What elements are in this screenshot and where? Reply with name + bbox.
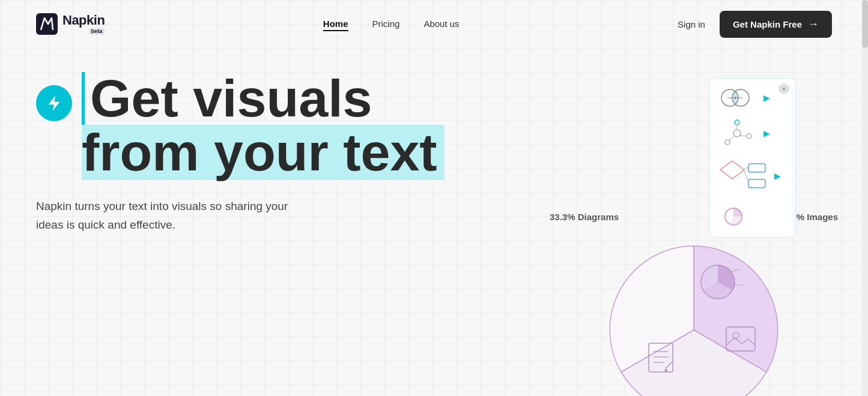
title-get-visuals: Get visuals (82, 72, 372, 125)
title-line2: from your text (82, 125, 445, 180)
panel-item-org: ▶ (715, 119, 789, 147)
nav-link-home[interactable]: Home (323, 19, 348, 31)
nav-right: Sign in Get Napkin Free → (678, 11, 832, 38)
panel-item-flow: ▶ (715, 158, 789, 194)
bolt-icon (45, 94, 63, 112)
svg-line-16 (744, 167, 748, 169)
bolt-icon-wrap (36, 85, 72, 121)
title-from-your-text: from your text (82, 122, 437, 182)
panel-item-pie (715, 205, 789, 229)
flow-diagram-icon (715, 158, 769, 194)
svg-point-8 (747, 134, 751, 139)
logo-name: Napkin (62, 14, 105, 27)
title-line1: Get visuals (82, 72, 445, 125)
hero-title-text: Get visuals from your text (82, 72, 445, 180)
venn-diagram-icon (715, 87, 759, 109)
hero-title-block: Get visuals from your text (36, 72, 709, 180)
panel-arrow-flow: ▶ (774, 171, 781, 181)
org-diagram-icon (715, 119, 759, 147)
svg-point-9 (725, 140, 730, 145)
navigation: Napkin beta Home Pricing About us Sign i… (0, 0, 868, 48)
nav-item-about[interactable]: About us (423, 19, 459, 29)
hero-subtitle: Napkin turns your text into visuals so s… (36, 197, 300, 235)
get-napkin-button[interactable]: Get Napkin Free → (720, 11, 832, 38)
sidebar-panel: × ▶ (709, 78, 796, 238)
svg-line-11 (740, 136, 747, 136)
svg-marker-13 (720, 161, 744, 179)
cta-label: Get Napkin Free (733, 19, 802, 29)
nav-link-about[interactable]: About us (423, 19, 459, 29)
logo[interactable]: Napkin beta (36, 13, 105, 35)
panel-pie-icon (715, 205, 751, 229)
sign-in-button[interactable]: Sign in (678, 19, 705, 29)
svg-point-6 (733, 130, 741, 137)
nav-item-home[interactable]: Home (323, 19, 348, 29)
logo-icon (36, 13, 58, 35)
panel-arrow-venn: ▶ (763, 93, 770, 103)
svg-rect-15 (748, 179, 765, 188)
logo-beta: beta (89, 28, 105, 35)
nav-link-pricing[interactable]: Pricing (372, 19, 400, 29)
svg-point-7 (735, 120, 739, 125)
main-content: Get visuals from your text Napkin turns … (0, 48, 868, 238)
panel-arrow-org: ▶ (763, 128, 770, 138)
panel-close-button[interactable]: × (778, 83, 789, 94)
cta-arrow-icon: → (808, 18, 819, 31)
svg-rect-14 (748, 164, 765, 172)
svg-line-12 (729, 136, 734, 140)
svg-rect-0 (36, 13, 58, 35)
svg-line-17 (744, 171, 748, 182)
nav-links: Home Pricing About us (323, 19, 460, 29)
hero-section: Get visuals from your text Napkin turns … (36, 66, 709, 235)
pie-container (538, 228, 850, 396)
chart-section: 33.3% Diagrams 33.3% Images (538, 212, 850, 396)
pie-chart (592, 228, 796, 396)
nav-item-pricing[interactable]: Pricing (372, 19, 400, 29)
